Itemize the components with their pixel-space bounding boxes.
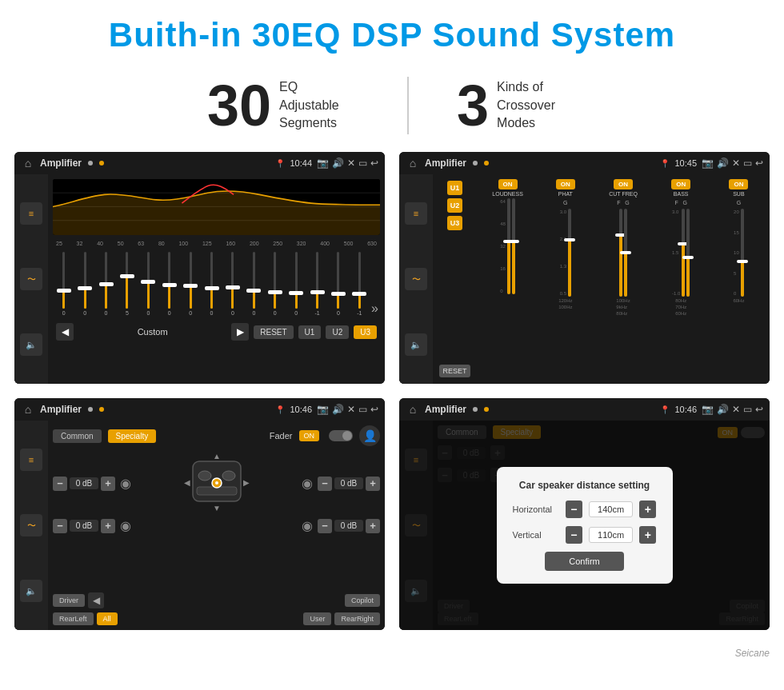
bass-track-2[interactable] [686, 209, 690, 297]
minimize-icon-4[interactable]: ▭ [743, 404, 752, 415]
eq-u2-btn[interactable]: U2 [326, 325, 349, 339]
eq-reset-btn[interactable]: RESET [254, 325, 293, 339]
horizontal-minus[interactable]: − [566, 501, 582, 518]
avatar-icon[interactable]: 👤 [359, 425, 380, 446]
tab-specialty[interactable]: Specialty [108, 429, 157, 443]
crossover-sidebar-btn-2[interactable]: 〜 [405, 268, 427, 290]
rl-minus[interactable]: − [53, 519, 67, 533]
fr-minus[interactable]: − [318, 477, 332, 491]
fl-minus[interactable]: − [53, 477, 67, 491]
slider-14[interactable]: 0 [329, 252, 347, 316]
sp-prev[interactable]: ◀ [88, 592, 104, 608]
fader-sidebar-btn-1[interactable]: ≡ [20, 449, 42, 471]
fader-sidebar-btn-3[interactable]: 🔈 [20, 580, 42, 602]
db-control-fl: − 0 dB + [53, 477, 115, 491]
rearleft-btn[interactable]: RearLeft [53, 612, 94, 625]
eq-sidebar-btn-1[interactable]: ≡ [20, 202, 42, 225]
rearright-btn[interactable]: RearRight [334, 612, 380, 625]
minimize-icon-3[interactable]: ▭ [358, 404, 367, 415]
eq-sidebar-btn-3[interactable]: 🔈 [20, 333, 42, 356]
bass-on-btn[interactable]: ON [671, 179, 690, 189]
fader-sidebar-btn-2[interactable]: 〜 [20, 514, 42, 536]
cutfreq-track-2[interactable] [624, 209, 627, 297]
rl-plus[interactable]: + [101, 519, 115, 533]
crossover-sidebar-btn-3[interactable]: 🔈 [405, 333, 427, 356]
vertical-minus[interactable]: − [566, 526, 582, 544]
fader-toggle[interactable] [329, 430, 353, 441]
slider-8[interactable]: 0 [202, 252, 221, 316]
slider-7[interactable]: 0 [181, 252, 199, 316]
driver-btn[interactable]: Driver [53, 594, 85, 607]
back-icon-4[interactable]: ↩ [755, 404, 763, 415]
all-btn[interactable]: All [97, 612, 118, 625]
close-icon-3[interactable]: ✕ [347, 404, 355, 415]
page-title: Buith-in 30EQ DSP Sound System [16, 16, 768, 54]
slider-4[interactable]: 5 [118, 252, 136, 316]
vertical-plus[interactable]: + [639, 526, 656, 544]
home-icon-4[interactable]: ⌂ [406, 402, 420, 417]
sub-label: SUB [733, 191, 744, 197]
eq-u1-btn[interactable]: U1 [298, 325, 322, 339]
slider-15[interactable]: -1 [350, 252, 369, 316]
speaker-fl-icon: ◉ [120, 476, 131, 491]
close-icon-4[interactable]: ✕ [732, 404, 740, 415]
vertical-label: Vertical [513, 530, 559, 540]
close-icon[interactable]: ✕ [347, 158, 355, 169]
back-icon-3[interactable]: ↩ [370, 404, 378, 415]
slider-9[interactable]: 0 [223, 252, 242, 316]
sub-level-labels: 20151050 [734, 209, 739, 297]
sub-on-btn[interactable]: ON [729, 179, 748, 189]
bass-labels-fg: F G [674, 200, 687, 205]
channel-bass: ON BASS F G 3.01.5-1.0 [654, 179, 709, 379]
home-icon-3[interactable]: ⌂ [21, 402, 35, 417]
minimize-icon-2[interactable]: ▭ [743, 158, 752, 169]
bass-track-1[interactable] [682, 209, 685, 297]
crossover-sidebar-btn-1[interactable]: ≡ [405, 202, 427, 225]
horizontal-plus[interactable]: + [639, 501, 656, 518]
eq-u3-btn[interactable]: U3 [354, 325, 377, 339]
preset-u1[interactable]: U1 [447, 181, 463, 195]
crossover-reset-btn[interactable]: RESET [439, 365, 470, 377]
eq-prev-btn[interactable]: ◀ [56, 323, 74, 341]
home-icon[interactable]: ⌂ [21, 156, 35, 170]
preset-u3[interactable]: U3 [447, 216, 463, 230]
eq-next-btn[interactable]: ▶ [231, 323, 249, 341]
slider-2[interactable]: 0 [75, 252, 94, 316]
user-btn[interactable]: User [303, 612, 331, 625]
confirm-btn[interactable]: Confirm [545, 552, 624, 571]
loudness-on-btn[interactable]: ON [498, 179, 518, 189]
bass-sliders: 3.01.5-1.0 [672, 209, 690, 297]
rr-plus[interactable]: + [366, 519, 380, 533]
slider-12[interactable]: 0 [286, 252, 305, 316]
fr-plus[interactable]: + [366, 477, 380, 491]
slider-3[interactable]: 0 [97, 252, 115, 316]
slider-11[interactable]: 0 [266, 252, 284, 316]
slider-6[interactable]: 0 [160, 252, 178, 316]
back-icon[interactable]: ↩ [370, 158, 378, 169]
minimize-icon[interactable]: ▭ [358, 158, 367, 169]
slider-13[interactable]: -1 [308, 252, 326, 316]
slider-1[interactable]: 0 [54, 252, 73, 316]
fl-plus[interactable]: + [101, 477, 115, 491]
phat-track[interactable] [568, 209, 571, 297]
preset-u2[interactable]: U2 [447, 198, 463, 213]
loudness-track-2[interactable] [512, 198, 515, 294]
more-arrows[interactable]: » [371, 301, 378, 316]
eq-sidebar-btn-2[interactable]: 〜 [20, 268, 42, 290]
back-icon-2[interactable]: ↩ [755, 158, 763, 169]
home-icon-2[interactable]: ⌂ [406, 156, 420, 170]
tab-common[interactable]: Common [53, 429, 102, 443]
camera-icon-2: 📷 [702, 158, 714, 169]
slider-5[interactable]: 0 [139, 252, 158, 316]
slider-10[interactable]: 0 [245, 252, 263, 316]
close-icon-2[interactable]: ✕ [732, 158, 740, 169]
phat-on-btn[interactable]: ON [556, 179, 575, 189]
fader-on-btn[interactable]: ON [299, 430, 320, 441]
sub-track[interactable] [741, 209, 744, 297]
rr-minus[interactable]: − [318, 519, 332, 533]
cutfreq-on-btn[interactable]: ON [614, 179, 633, 189]
db-control-fr: − 0 dB + [318, 477, 380, 491]
copilot-btn[interactable]: Copilot [345, 594, 380, 607]
horizontal-value: 140cm [589, 501, 633, 517]
loudness-track-1[interactable] [507, 198, 510, 294]
